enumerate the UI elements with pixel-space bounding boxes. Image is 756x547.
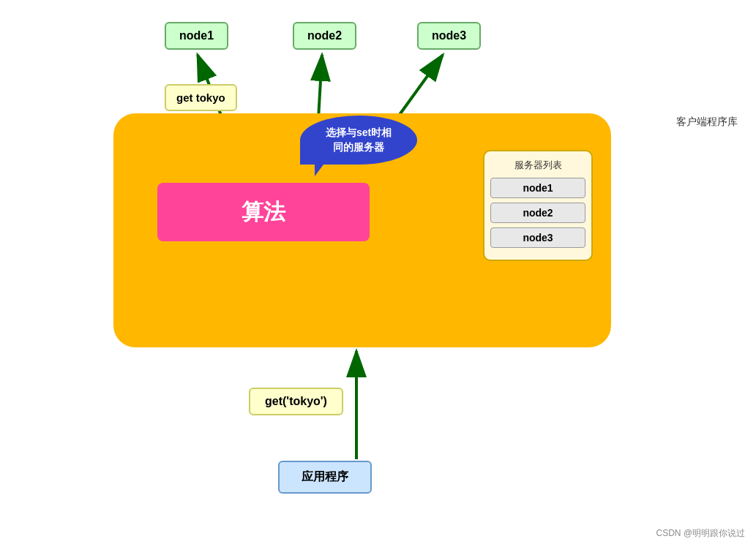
server-node-item-2: node2 [490, 203, 585, 223]
client-lib-label: 客户端程序库 [676, 116, 738, 129]
server-node-item-1: node1 [490, 178, 585, 198]
server-list-container: 服务器列表 node1 node2 node3 [483, 150, 593, 261]
watermark: CSDN @明明跟你说过 [656, 527, 745, 540]
speech-bubble: 选择与set时相同的服务器 [300, 116, 417, 165]
server-node-item-3: node3 [490, 227, 585, 248]
get-call-label: get('tokyo') [265, 395, 327, 407]
get-tokyo-box: get tokyo [165, 84, 237, 111]
node3-label: node3 [432, 29, 466, 42]
get-call-box: get('tokyo') [249, 388, 343, 415]
speech-bubble-text: 选择与set时相同的服务器 [326, 127, 392, 153]
node2-box: node2 [293, 22, 356, 50]
app-box: 应用程序 [278, 461, 372, 494]
node2-label: node2 [307, 29, 342, 42]
app-label: 应用程序 [302, 470, 348, 483]
diagram-container: node1 node2 node3 get tokyo 算法 服务器列表 nod… [0, 0, 756, 547]
node1-box: node1 [165, 22, 228, 50]
get-tokyo-label: get tokyo [176, 91, 225, 104]
server-list-title: 服务器列表 [490, 159, 585, 172]
node1-label: node1 [179, 29, 214, 42]
algo-label: 算法 [242, 197, 285, 227]
algo-box: 算法 [157, 183, 370, 241]
node3-box: node3 [417, 22, 481, 50]
